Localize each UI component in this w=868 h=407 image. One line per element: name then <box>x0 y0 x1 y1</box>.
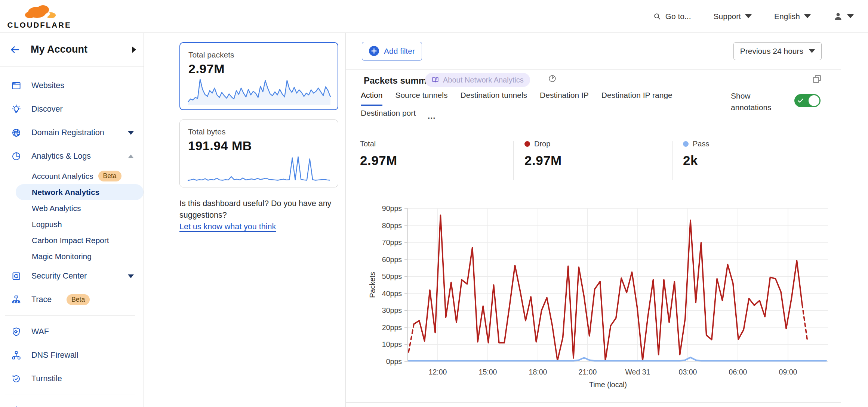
sidebar-item-network-analytics[interactable]: Network Analytics <box>16 184 144 200</box>
beta-badge: Beta <box>67 294 90 305</box>
svg-text:12:00: 12:00 <box>429 368 447 376</box>
sidebar-item-label: Trace <box>31 295 52 304</box>
sidebar-item-carbon-impact-report[interactable]: Carbon Impact Report <box>0 232 144 248</box>
total-packets-value: 2.97M <box>188 62 338 76</box>
svg-text:06:00: 06:00 <box>729 368 747 376</box>
stat-total-label: Total <box>360 140 376 148</box>
support-label: Support <box>714 12 741 21</box>
sidebar-item-analytics-logs[interactable]: Analytics & Logs <box>0 145 144 168</box>
svg-text:20pps: 20pps <box>382 323 402 332</box>
stat-drop: Drop 2.97M <box>524 140 562 168</box>
drop-legend-dot <box>524 141 530 147</box>
trace-icon <box>11 295 21 305</box>
svg-text:0pps: 0pps <box>386 357 402 366</box>
stat-total-value: 2.97M <box>360 153 397 168</box>
add-filter-label: Add filter <box>384 47 415 56</box>
cloudflare-wordmark: CLOUDFLARE <box>7 21 71 29</box>
stat-divider <box>672 141 672 180</box>
time-pie-icon[interactable] <box>548 74 557 83</box>
summary-column: Total packets 2.97M Total bytes 191.94 M… <box>144 33 346 407</box>
chevron-down-icon <box>128 131 134 135</box>
sidebar-item-discover[interactable]: Discover <box>0 97 144 121</box>
user-icon <box>833 12 843 21</box>
tab-destination-ip-range[interactable]: Destination IP range <box>601 91 672 106</box>
shield-gear-icon <box>11 327 21 337</box>
svg-text:09:00: 09:00 <box>779 368 797 376</box>
sidebar-item-domain-registration[interactable]: Domain Registration <box>0 121 144 145</box>
sidebar-item-security-center[interactable]: Security Center <box>0 264 144 288</box>
feedback-link[interactable]: Let us know what you think <box>179 222 276 231</box>
go-to-search[interactable]: Go to... <box>653 12 691 21</box>
tabs-overflow-button[interactable]: ... <box>428 111 435 121</box>
total-bytes-card[interactable]: Total bytes 191.94 MB <box>179 119 338 187</box>
tab-action[interactable]: Action <box>361 91 382 106</box>
globe-icon <box>11 128 21 138</box>
chevron-down-icon <box>847 14 854 18</box>
chevron-up-icon <box>128 155 134 158</box>
account-menu[interactable] <box>833 12 854 21</box>
duplicate-icon[interactable] <box>812 74 822 84</box>
svg-text:Time (local): Time (local) <box>589 380 627 389</box>
time-range-dropdown[interactable]: Previous 24 hours <box>733 42 822 60</box>
sidebar-item-trace[interactable]: Trace Beta <box>0 288 144 311</box>
sidebar-divider <box>5 316 135 316</box>
sidebar: My Account Websites Discover <box>0 33 144 407</box>
tab-destination-port[interactable]: Destination port <box>361 109 416 124</box>
browser-icon <box>11 81 21 91</box>
total-bytes-label: Total bytes <box>188 127 338 136</box>
svg-text:Packets: Packets <box>368 272 376 298</box>
show-annotations-toggle[interactable] <box>794 94 821 107</box>
svg-text:21:00: 21:00 <box>579 368 597 376</box>
sidebar-item-websites[interactable]: Websites <box>0 74 144 97</box>
stat-pass-value: 2k <box>683 153 709 168</box>
sidebar-item-label: Websites <box>31 81 64 90</box>
sidebar-item-logpush[interactable]: Logpush <box>0 216 144 232</box>
add-filter-button[interactable]: Add filter <box>362 42 422 60</box>
sidebar-item-waf[interactable]: WAF <box>0 320 144 344</box>
chevron-down-icon <box>745 14 752 18</box>
time-range-label: Previous 24 hours <box>740 47 803 56</box>
sidebar-divider <box>5 395 135 395</box>
sidebar-item-magic-monitoring[interactable]: Magic Monitoring <box>0 248 144 264</box>
svg-text:90pps: 90pps <box>382 204 402 212</box>
tab-source-tunnels[interactable]: Source tunnels <box>395 91 447 106</box>
main-content: Add filter Previous 24 hours Packets sum… <box>346 33 841 407</box>
chevron-right-icon[interactable] <box>132 46 136 53</box>
cloudflare-logo[interactable]: CLOUDFLARE <box>8 3 70 29</box>
packets-time-series-chart[interactable]: 0pps10pps20pps30pps40pps50pps60pps70pps8… <box>346 193 841 401</box>
support-menu[interactable]: Support <box>714 12 752 21</box>
sidebar-item-dns-firewall[interactable]: DNS Firewall <box>0 344 144 367</box>
hierarchy-icon <box>11 350 21 360</box>
svg-text:18:00: 18:00 <box>529 368 547 376</box>
show-annotations-label: Show annotations <box>731 90 791 113</box>
tab-destination-tunnels[interactable]: Destination tunnels <box>460 91 527 106</box>
svg-text:30pps: 30pps <box>382 306 402 314</box>
language-menu[interactable]: English <box>774 12 811 21</box>
check-icon <box>797 97 804 104</box>
stat-pass: Pass 2k <box>683 140 709 168</box>
total-packets-card[interactable]: Total packets 2.97M <box>179 42 338 110</box>
next-panel-edge <box>346 402 841 407</box>
pie-chart-icon <box>11 151 21 161</box>
tab-destination-ip[interactable]: Destination IP <box>540 91 589 106</box>
chevron-down-icon <box>804 14 811 18</box>
search-icon <box>653 12 661 21</box>
sidebar-item-turnstile[interactable]: Turnstile <box>0 367 144 391</box>
safe-icon <box>11 271 21 281</box>
total-packets-label: Total packets <box>188 50 338 59</box>
sidebar-item-label: Carbon Impact Report <box>32 236 109 245</box>
stat-drop-label: Drop <box>534 140 550 148</box>
sidebar-item-account-analytics[interactable]: Account Analytics Beta <box>0 168 144 184</box>
total-bytes-value: 191.94 MB <box>188 139 338 153</box>
sidebar-item-label: Web Analytics <box>32 204 81 213</box>
book-icon <box>431 76 439 84</box>
rotate-check-icon <box>11 374 21 384</box>
about-network-analytics-badge[interactable]: About Network Analytics <box>425 73 530 87</box>
svg-text:70pps: 70pps <box>382 238 402 246</box>
language-label: English <box>774 12 800 21</box>
sidebar-item-label: Discover <box>31 105 63 114</box>
sidebar-item-partial[interactable] <box>0 399 144 407</box>
sidebar-item-web-analytics[interactable]: Web Analytics <box>0 200 144 216</box>
back-arrow-icon[interactable] <box>9 44 21 55</box>
svg-text:10pps: 10pps <box>382 340 402 348</box>
